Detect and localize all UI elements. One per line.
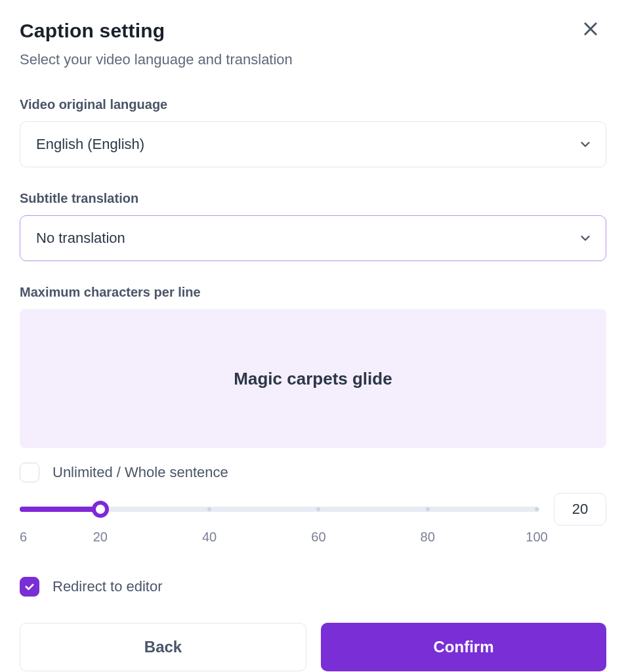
modal-title: Caption setting	[20, 20, 606, 42]
max-chars-slider-row: 20	[20, 493, 606, 526]
chevron-down-icon	[578, 137, 593, 152]
unlimited-checkbox-label: Unlimited / Whole sentence	[52, 464, 228, 481]
redirect-checkbox-label: Redirect to editor	[52, 578, 163, 595]
tick-label: 80	[421, 530, 435, 545]
caption-preview-text: Magic carpets glide	[234, 369, 392, 389]
subtitle-translation-value: No translation	[36, 230, 125, 247]
confirm-button[interactable]: Confirm	[321, 623, 606, 671]
max-chars-label: Maximum characters per line	[20, 285, 606, 300]
button-row: Back Confirm	[20, 623, 606, 671]
tick-label: 6	[20, 530, 27, 545]
slider-thumb[interactable]	[92, 501, 109, 518]
slider-tick	[535, 507, 539, 511]
original-language-value: English (English)	[36, 136, 144, 153]
subtitle-translation-select[interactable]: No translation	[20, 215, 606, 261]
original-language-select[interactable]: English (English)	[20, 121, 606, 167]
caption-preview-box: Magic carpets glide	[20, 309, 606, 448]
slider-tick	[316, 507, 320, 511]
slider-tick-labels: 6 20 40 60 80 100	[20, 530, 539, 548]
redirect-checkbox-row: Redirect to editor	[20, 577, 606, 597]
subtitle-translation-label: Subtitle translation	[20, 191, 606, 206]
unlimited-checkbox-row: Unlimited / Whole sentence	[20, 463, 606, 482]
modal-subtitle: Select your video language and translati…	[20, 51, 606, 68]
redirect-checkbox[interactable]	[20, 577, 39, 597]
original-language-label: Video original language	[20, 97, 606, 112]
close-button[interactable]	[577, 17, 604, 43]
tick-label: 20	[93, 530, 108, 545]
back-button[interactable]: Back	[20, 623, 306, 671]
max-chars-slider[interactable]	[20, 499, 539, 519]
close-icon	[581, 20, 600, 41]
slider-tick	[207, 507, 211, 511]
unlimited-checkbox[interactable]	[20, 463, 39, 482]
slider-track-fill	[20, 507, 100, 512]
tick-label: 60	[311, 530, 325, 545]
chevron-down-icon	[578, 231, 593, 245]
caption-setting-modal: Caption setting Select your video langua…	[0, 0, 626, 672]
tick-label: 40	[202, 530, 217, 545]
tick-label: 100	[526, 530, 547, 545]
max-chars-value-input[interactable]: 20	[554, 493, 606, 526]
slider-tick	[426, 507, 430, 511]
